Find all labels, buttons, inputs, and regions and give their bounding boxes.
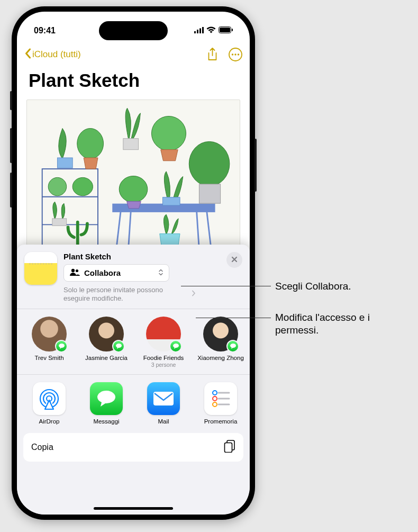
app-name: AirDrop xyxy=(25,418,73,425)
airdrop-icon xyxy=(33,382,66,415)
app-name: Messaggi xyxy=(83,418,130,425)
page-title: Plant Sketch xyxy=(29,70,140,91)
svg-rect-0 xyxy=(194,31,196,33)
svg-point-31 xyxy=(71,269,75,272)
side-button xyxy=(255,139,257,192)
notes-app-icon xyxy=(24,252,57,285)
app-name: Promemoria xyxy=(197,418,244,425)
messages-badge-icon xyxy=(226,340,239,353)
svg-point-20 xyxy=(77,129,104,159)
close-button[interactable] xyxy=(226,252,242,268)
iphone-frame: 09:41 iCloud (tutti) xyxy=(12,6,255,520)
svg-point-26 xyxy=(72,177,93,195)
note-sketch xyxy=(26,100,240,264)
svg-rect-1 xyxy=(197,30,198,33)
suggested-contacts: Trev Smith Jasmine Garcia xyxy=(17,309,250,375)
callout-permissions: Modifica l'accesso e i permessi. xyxy=(275,311,386,337)
updown-chevron-icon xyxy=(158,268,163,278)
svg-rect-6 xyxy=(232,29,233,31)
app-airdrop[interactable]: AirDrop xyxy=(25,382,73,425)
screen: 09:41 iCloud (tutti) xyxy=(17,12,250,515)
svg-point-25 xyxy=(48,177,66,195)
svg-rect-37 xyxy=(153,392,174,405)
svg-point-29 xyxy=(119,176,148,202)
svg-point-8 xyxy=(232,53,233,55)
contact-name: Trev Smith xyxy=(25,355,73,362)
battery-icon xyxy=(219,26,233,35)
svg-point-9 xyxy=(234,53,236,55)
svg-rect-45 xyxy=(225,443,232,453)
svg-point-23 xyxy=(189,141,230,186)
chevron-right-icon xyxy=(192,290,196,299)
svg-point-22 xyxy=(151,116,186,151)
messages-badge-icon xyxy=(55,340,68,353)
plant-sketch-svg xyxy=(27,100,240,263)
svg-rect-5 xyxy=(220,28,230,32)
share-sheet: Plant Sketch Collabora Solo le persone i… xyxy=(17,245,250,515)
contact-name: Jasmine Garcia xyxy=(83,355,130,362)
svg-rect-21 xyxy=(123,139,139,150)
back-label: iCloud (tutti) xyxy=(32,49,81,60)
svg-rect-27 xyxy=(52,219,67,226)
contact-item[interactable]: Trev Smith xyxy=(25,317,73,368)
messages-badge-icon xyxy=(112,340,125,353)
people-icon xyxy=(69,268,80,277)
app-reminders[interactable]: Promemoria xyxy=(197,382,244,425)
side-button xyxy=(10,173,12,208)
callout-line xyxy=(196,318,271,318)
svg-point-38 xyxy=(213,391,217,395)
contact-name: Xiaomeng Zhong xyxy=(197,355,244,362)
reminders-icon xyxy=(204,382,237,415)
messages-badge-icon xyxy=(169,340,182,353)
svg-rect-2 xyxy=(199,29,201,34)
messages-icon xyxy=(90,382,123,415)
svg-rect-30 xyxy=(163,197,180,205)
more-button[interactable] xyxy=(229,48,242,61)
mail-icon xyxy=(147,382,180,415)
contact-item[interactable]: Jasmine Garcia xyxy=(83,317,130,368)
app-name: Mail xyxy=(140,418,187,425)
copy-action[interactable]: Copia xyxy=(23,433,243,462)
svg-rect-24 xyxy=(199,184,220,203)
share-button[interactable] xyxy=(205,48,219,61)
app-mail[interactable]: Mail xyxy=(140,382,187,425)
contact-sub: 3 persone xyxy=(140,362,187,368)
callout-collaborate: Scegli Collabora. xyxy=(275,280,351,293)
share-apps: AirDrop Messaggi Mail xyxy=(17,375,250,428)
svg-point-42 xyxy=(213,402,217,407)
wifi-icon xyxy=(206,26,216,35)
collaborate-label: Collabora xyxy=(84,268,121,277)
permissions-link[interactable]: Solo le persone invitate possono eseguir… xyxy=(63,286,196,303)
permissions-text: Solo le persone invitate possono eseguir… xyxy=(63,286,189,303)
status-time: 09:41 xyxy=(34,26,56,35)
cellular-icon xyxy=(194,26,204,35)
contact-item[interactable]: Foodie Friends 3 persone xyxy=(140,317,187,368)
copy-label: Copia xyxy=(31,443,53,452)
side-button xyxy=(10,128,12,163)
contact-item[interactable]: Xiaomeng Zhong xyxy=(197,317,244,368)
collaborate-select[interactable]: Collabora xyxy=(63,264,169,282)
dynamic-island xyxy=(99,21,168,40)
sheet-title: Plant Sketch xyxy=(63,252,242,261)
svg-point-40 xyxy=(213,396,217,401)
svg-point-32 xyxy=(76,269,78,272)
app-messages[interactable]: Messaggi xyxy=(83,382,130,425)
contact-name: Foodie Friends xyxy=(140,355,187,362)
svg-rect-19 xyxy=(57,158,72,168)
close-icon xyxy=(231,255,238,265)
svg-rect-3 xyxy=(202,27,204,33)
nav-bar: iCloud (tutti) xyxy=(17,42,250,67)
svg-point-10 xyxy=(238,53,239,55)
back-button[interactable]: iCloud (tutti) xyxy=(24,48,81,61)
side-button xyxy=(10,91,12,110)
chevron-left-icon xyxy=(24,48,31,61)
callout-line xyxy=(181,286,271,286)
copy-icon xyxy=(224,440,235,455)
home-indicator[interactable] xyxy=(94,507,173,510)
